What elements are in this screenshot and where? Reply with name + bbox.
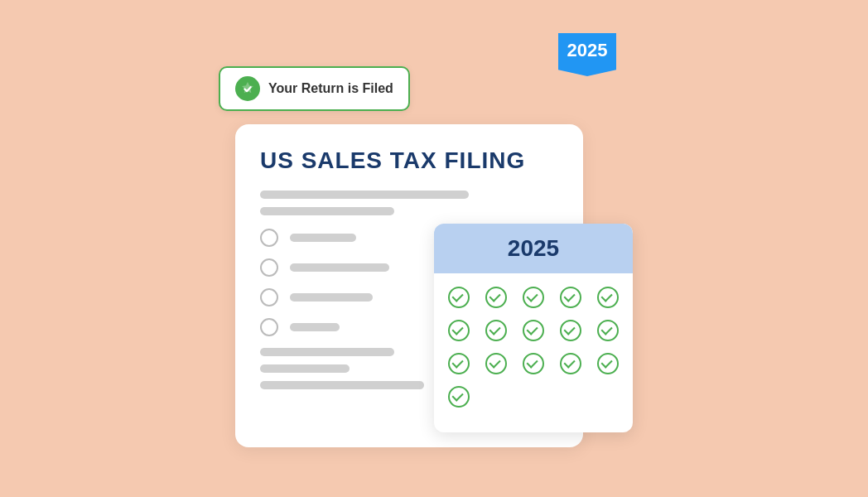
checkbox-label-1: [290, 234, 356, 242]
form-lines: [260, 191, 558, 215]
cal-cell-5-5: [591, 414, 626, 424]
cal-cell-4-3: [515, 381, 551, 413]
green-check: [523, 353, 544, 374]
green-check: [448, 353, 470, 374]
check-badge-icon: [235, 76, 260, 101]
cal-cell-4-1: [441, 381, 476, 413]
green-check: [560, 353, 581, 374]
cal-cell-4-5: [591, 381, 626, 413]
cal-cell-3-1: [441, 348, 476, 379]
calendar-year: 2025: [508, 235, 559, 261]
cal-cell-1-4: [553, 282, 589, 313]
green-check: [448, 386, 470, 408]
notification-badge: Your Return is Filed: [219, 66, 410, 111]
cal-cell-3-3: [515, 348, 551, 379]
cal-cell-2-3: [515, 315, 551, 346]
green-check: [560, 320, 581, 341]
form-line-1: [260, 191, 469, 199]
checkbox-4: [260, 318, 278, 336]
cal-cell-4-4: [553, 381, 589, 413]
green-check: [560, 287, 581, 308]
form-line-2: [260, 207, 394, 215]
bottom-line-3: [260, 381, 424, 389]
cal-cell-3-5: [591, 348, 626, 379]
checkbox-2: [260, 258, 278, 277]
calendar-header: 2025: [434, 224, 633, 273]
bottom-line-1: [260, 348, 394, 356]
green-check: [523, 287, 544, 308]
main-scene: 2025 Your Return is Filed US SALES TAX F…: [202, 33, 666, 464]
green-check: [448, 320, 470, 341]
checkbox-label-3: [290, 293, 373, 302]
cal-cell-3-2: [478, 348, 514, 379]
cal-cell-5-3: [515, 414, 551, 424]
cal-cell-2-2: [478, 315, 514, 346]
checkbox-label-2: [290, 263, 389, 272]
cal-cell-5-1: [441, 414, 476, 424]
cal-cell-1-3: [515, 282, 551, 313]
cal-cell-2-4: [553, 315, 589, 346]
green-check: [597, 287, 619, 308]
cal-cell-1-2: [478, 282, 514, 313]
year-ribbon: 2025: [558, 33, 616, 76]
checkbox-label-4: [290, 323, 340, 331]
cal-cell-3-4: [553, 348, 589, 379]
green-check: [485, 320, 507, 341]
cal-cell-2-1: [441, 315, 476, 346]
cal-cell-4-2: [478, 381, 514, 413]
green-check: [485, 287, 507, 308]
notification-text: Your Return is Filed: [268, 81, 393, 96]
checkbox-1: [260, 229, 278, 247]
bottom-line-2: [260, 364, 350, 373]
green-check: [523, 320, 544, 341]
cal-cell-2-5: [591, 315, 626, 346]
green-check: [448, 287, 470, 308]
green-check: [485, 353, 507, 374]
cal-cell-5-2: [478, 414, 514, 424]
ribbon-year: 2025: [567, 40, 608, 60]
calendar-grid: [434, 273, 633, 432]
cal-cell-5-4: [553, 414, 589, 424]
cal-cell-1-1: [441, 282, 476, 313]
calendar-card: 2025: [434, 224, 633, 432]
cal-cell-1-5: [591, 282, 626, 313]
green-check: [597, 320, 619, 341]
document-title: US SALES TAX FILING: [260, 147, 558, 174]
green-check: [597, 353, 619, 374]
checkbox-3: [260, 288, 278, 306]
